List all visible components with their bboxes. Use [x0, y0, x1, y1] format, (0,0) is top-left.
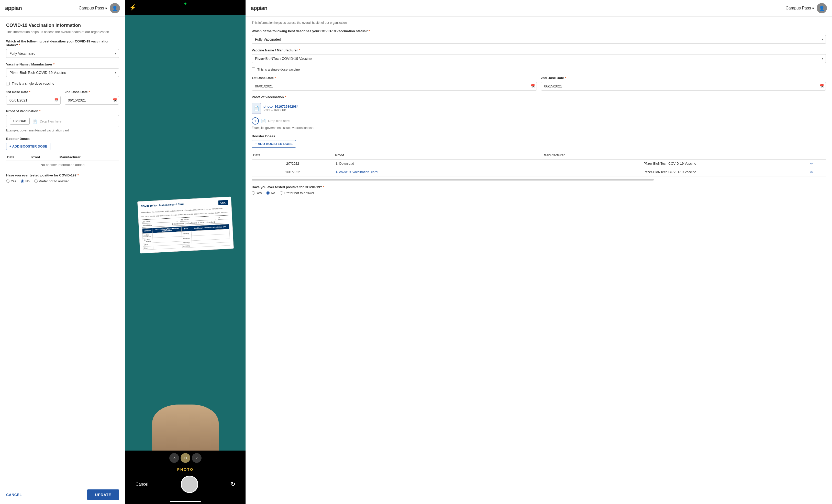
- booster-col-actions-right: [798, 151, 826, 159]
- covid-yes-label-right[interactable]: Yes: [252, 191, 262, 195]
- vaccination-status-group-right: Which of the following best describes yo…: [252, 29, 826, 44]
- vaccination-status-label-left: Which of the following best describes yo…: [6, 39, 119, 47]
- proof-label-left: Proof of Vaccination *: [6, 109, 119, 113]
- single-dose-checkbox-right[interactable]: [252, 68, 255, 71]
- single-dose-group-left: This is a single-dose vaccine: [6, 82, 119, 85]
- booster-date-1: 2/7/2022: [252, 159, 334, 168]
- shutter-btn[interactable]: [181, 476, 198, 493]
- second-dose-label-right: 2nd Dose Date *: [541, 76, 826, 80]
- single-dose-label-left[interactable]: This is a single-dose vaccine: [6, 82, 119, 85]
- dob-field: Date of birth: [142, 223, 170, 228]
- vaccine-name-select-right[interactable]: Pfizer-BioNTech COVID-19 Vaccine Moderna…: [252, 54, 826, 63]
- zoom-05-btn[interactable]: .5: [169, 453, 179, 463]
- dose-dates-group-left: 1st Dose Date * 📅 2nd Dose Date *: [6, 90, 119, 105]
- edit-icon-1[interactable]: ✏: [810, 162, 813, 166]
- covid-test-label-left: Have you ever tested positive for COVID-…: [6, 174, 119, 177]
- left-header: appian Campus Pass ▾ 👤: [0, 0, 125, 17]
- covid-yes-radio-left[interactable]: [6, 180, 9, 183]
- cancel-btn-left[interactable]: CANCEL: [6, 493, 22, 497]
- update-btn-left[interactable]: UPDATE: [87, 489, 119, 500]
- single-dose-checkbox-left[interactable]: [6, 82, 10, 85]
- campus-pass-btn-left[interactable]: Campus Pass ▾: [79, 6, 107, 11]
- covid-yes-radio-right[interactable]: [252, 191, 255, 194]
- covid-prefer-label-left[interactable]: Prefer not to answer: [34, 179, 69, 183]
- booster-table-right: Date Proof Manufacturer 2/7/2022 ⬇ Downl…: [252, 151, 826, 177]
- dose-dates-row-right: 1st Dose Date * 📅 2nd Dose Date *: [252, 76, 826, 90]
- covid-test-radio-group-right: Yes No Prefer not to answer: [252, 191, 826, 195]
- covid-prefer-radio-left[interactable]: [34, 180, 37, 183]
- second-dose-input-right[interactable]: [541, 82, 826, 90]
- home-indicator: [170, 501, 201, 502]
- single-dose-label-right[interactable]: This is a single-dose vaccine: [252, 68, 826, 71]
- mi-field: MI: [218, 216, 229, 220]
- covid-prefer-radio-right[interactable]: [280, 191, 283, 194]
- vaccination-status-select-left[interactable]: Fully Vaccinated Partially Vaccinated No…: [6, 49, 119, 58]
- booster-label-right: Booster Doses: [252, 134, 826, 138]
- right-panel: appian Campus Pass ▾ 👤 This information …: [245, 0, 832, 504]
- booster-proof-1: ⬇ Download: [334, 159, 542, 168]
- zoom-2x-btn[interactable]: 2: [192, 453, 202, 463]
- form-title-left: COVID-19 Vaccination Information: [6, 23, 119, 28]
- upload-hint-left: Example: government-issued vaccination c…: [6, 129, 119, 132]
- second-dose-input-wrapper-left: 📅: [65, 96, 119, 105]
- vaccine-name-select-wrapper-right: Pfizer-BioNTech COVID-19 Vaccine Moderna…: [252, 54, 826, 63]
- second-dose-input-left[interactable]: [65, 96, 119, 105]
- second-dose-label-left: 2nd Dose Date *: [65, 90, 119, 94]
- vaccination-status-select-wrapper-right: Fully Vaccinated Partially Vaccinated No…: [252, 35, 826, 44]
- booster-col-date-right: Date: [252, 151, 334, 159]
- covid-yes-label-left[interactable]: Yes: [6, 179, 16, 183]
- add-booster-btn-right[interactable]: + ADD BOOSTER DOSE: [252, 140, 296, 148]
- add-booster-btn-left[interactable]: + ADD BOOSTER DOSE: [6, 143, 50, 150]
- booster-table-left: Date Proof Manufacturer No booster infor…: [6, 154, 119, 169]
- proof-group-right: Proof of Vaccination * 📄 photo_161672589…: [252, 95, 826, 130]
- camera-viewfinder: COVID-19 Vaccination Record Card CDC Ple…: [125, 15, 245, 451]
- first-dose-group-left: 1st Dose Date * 📅: [6, 90, 61, 105]
- vaccine-name-label-right: Vaccine Name / Manufacturer *: [252, 48, 826, 52]
- booster-col-manufacturer-left: Manufacturer: [58, 154, 119, 161]
- booster-edit-2[interactable]: ✏: [798, 168, 826, 176]
- right-subtitle: This information helps us assess the ove…: [252, 21, 826, 25]
- dose-dates-row-left: 1st Dose Date * 📅 2nd Dose Date *: [6, 90, 119, 105]
- covid-no-label-right[interactable]: No: [266, 191, 275, 195]
- left-panel: appian Campus Pass ▾ 👤 COVID-19 Vaccinat…: [0, 0, 125, 504]
- download-link-2[interactable]: ⬇ covid19_vaccination_card: [335, 170, 541, 174]
- zoom-controls: .5 1x 2: [169, 453, 202, 463]
- first-dose-label-left: 1st Dose Date *: [6, 90, 61, 94]
- booster-col-proof-left: Proof: [30, 154, 58, 161]
- covid-no-label-left[interactable]: No: [21, 179, 30, 183]
- calendar-icon-first-left: 📅: [54, 98, 58, 102]
- vaccine-name-select-left[interactable]: Pfizer-BioNTech COVID-19 Vaccine Moderna…: [6, 68, 119, 77]
- booster-manufacturer-1: Pfizer-BioNTech COVID-19 Vaccine: [542, 159, 798, 168]
- upload-btn-left[interactable]: UPLOAD: [10, 118, 30, 125]
- covid-prefer-label-right[interactable]: Prefer not to answer: [280, 191, 314, 195]
- booster-scrollbar-right[interactable]: [252, 179, 654, 181]
- card-col-date: Date: [181, 226, 191, 232]
- camera-controls: Cancel ↻: [125, 473, 245, 501]
- covid-test-label-right: Have you ever tested positive for COVID-…: [252, 185, 826, 189]
- download-plain-1[interactable]: ⬇ Download: [335, 162, 541, 166]
- dose-dates-group-right: 1st Dose Date * 📅 2nd Dose Date *: [252, 76, 826, 90]
- campus-pass-btn-right[interactable]: Campus Pass ▾: [785, 6, 814, 11]
- left-form-content: COVID-19 Vaccination Information This in…: [0, 17, 125, 485]
- edit-icon-2[interactable]: ✏: [810, 170, 813, 174]
- booster-col-date-left: Date: [6, 154, 30, 161]
- booster-edit-1[interactable]: ✏: [798, 159, 826, 168]
- file-name-right[interactable]: photo_1616725892084: [263, 105, 298, 108]
- first-dose-input-right[interactable]: [252, 82, 537, 90]
- flash-icon[interactable]: ⚡: [129, 4, 136, 11]
- appian-logo-left: appian: [5, 5, 22, 11]
- first-dose-label-right: 1st Dose Date *: [252, 76, 537, 80]
- no-booster-text-left: No booster information added: [6, 161, 119, 169]
- second-dose-input-wrapper-right: 📅: [541, 82, 826, 90]
- second-dose-group-right: 2nd Dose Date * 📅: [541, 76, 826, 90]
- card-col-vaccine: Vaccine: [142, 228, 152, 234]
- zoom-1x-btn[interactable]: 1x: [181, 453, 190, 463]
- covid-no-radio-left[interactable]: [21, 180, 24, 183]
- covid-no-radio-right[interactable]: [266, 191, 269, 194]
- rotate-camera-btn[interactable]: ↻: [231, 481, 235, 488]
- vaccination-status-select-right[interactable]: Fully Vaccinated Partially Vaccinated No…: [252, 35, 826, 44]
- covid-test-group-left: Have you ever tested positive for COVID-…: [6, 174, 119, 183]
- cancel-camera-btn[interactable]: Cancel: [135, 482, 148, 486]
- add-file-btn-right[interactable]: +: [252, 117, 259, 125]
- first-dose-input-left[interactable]: [6, 96, 61, 105]
